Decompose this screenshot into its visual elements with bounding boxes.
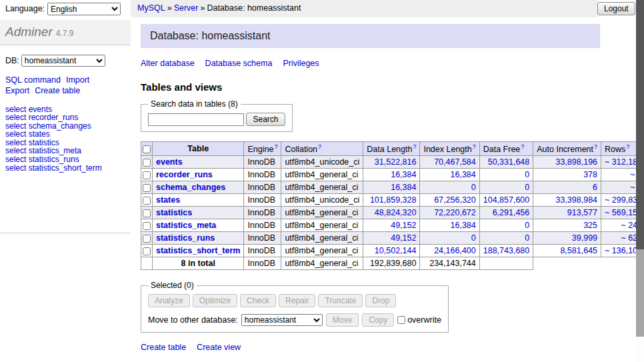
data-free-link[interactable]: 0 <box>525 183 529 192</box>
scrollbar-thumb[interactable] <box>636 0 644 249</box>
data-free-help-link[interactable]: ? <box>521 143 524 150</box>
engine-help-link[interactable]: ? <box>274 143 277 150</box>
auto-increment-link[interactable]: 33,898,196 <box>555 157 597 167</box>
data-free-link[interactable]: 50,331,648 <box>488 157 530 167</box>
table-name-link[interactable]: statistics <box>156 208 192 217</box>
logout-button[interactable]: Logout <box>597 2 635 15</box>
table-name-link[interactable]: statistics_short_term <box>156 246 240 255</box>
index-length-link[interactable]: 70,467,584 <box>434 157 476 167</box>
tables-tbody: eventsInnoDButf8mb4_unicode_ci31,522,816… <box>141 156 644 257</box>
drop-button[interactable]: Drop <box>365 294 396 307</box>
row-checkbox[interactable] <box>143 235 151 243</box>
data-length-help-link[interactable]: ? <box>413 143 416 150</box>
import-link[interactable]: Import <box>66 75 89 85</box>
breadcrumb-server-link[interactable]: Server <box>174 3 199 13</box>
table-name-link[interactable]: statistics_runs <box>156 233 215 243</box>
language-select[interactable]: English <box>47 3 121 15</box>
table-name-link[interactable]: schema_changes <box>156 183 225 192</box>
row-check-cell <box>141 245 153 257</box>
sidebar-table-link[interactable]: select statistics_runs <box>5 155 125 164</box>
auto-increment-link[interactable]: 378 <box>583 170 597 179</box>
move-button[interactable]: Move <box>326 313 359 327</box>
row-check-cell <box>141 156 153 169</box>
row-check-cell <box>141 232 153 245</box>
totals-collation: utf8mb4_general_ci <box>281 257 363 270</box>
row-checkbox[interactable] <box>143 184 151 192</box>
auto-increment-link[interactable]: 39,999 <box>572 233 597 243</box>
top-bar: Language:English MySQL»Server»Database: … <box>0 0 636 17</box>
select-all-checkbox[interactable] <box>143 145 151 153</box>
table-name-link[interactable]: statistics_meta <box>156 221 216 230</box>
index-length-link[interactable]: 0 <box>471 233 476 243</box>
data-free-link[interactable]: 6,291,456 <box>493 208 530 217</box>
data-length-link[interactable]: 48,824,320 <box>375 208 417 217</box>
auto-increment-link[interactable]: 913,577 <box>567 208 597 217</box>
data-free-link[interactable]: 0 <box>525 170 529 179</box>
col-header-data-length: Data Length? <box>363 142 420 156</box>
overwrite-label[interactable]: overwrite <box>397 315 441 325</box>
data-length-link[interactable]: 49,152 <box>391 221 416 230</box>
data-length-link[interactable]: 16,384 <box>391 183 416 192</box>
analyze-button[interactable]: Analyze <box>148 294 190 307</box>
data-length-link[interactable]: 31,522,816 <box>375 157 417 167</box>
rows-help-link[interactable]: ? <box>626 143 629 150</box>
data-length-link[interactable]: 101,859,328 <box>370 195 417 205</box>
database-schema-link[interactable]: Database schema <box>205 59 273 68</box>
sql-command-link[interactable]: SQL command <box>5 75 61 85</box>
row-checkbox[interactable] <box>143 209 151 217</box>
search-input[interactable] <box>148 113 244 126</box>
db-select[interactable]: homeassistant <box>21 55 105 67</box>
repair-button[interactable]: Repair <box>279 294 315 307</box>
copy-button[interactable]: Copy <box>362 313 394 327</box>
overwrite-checkbox[interactable] <box>397 316 405 324</box>
create-table-link[interactable]: Create table <box>141 343 186 352</box>
scrollbar[interactable] <box>636 0 644 362</box>
table-name-link[interactable]: events <box>156 157 183 167</box>
export-link[interactable]: Export <box>5 86 29 95</box>
collation-help-link[interactable]: ? <box>318 143 321 150</box>
sidebar-table-link[interactable]: select recorder_runs <box>5 113 125 122</box>
alter-database-link[interactable]: Alter database <box>141 59 195 68</box>
data-free-link[interactable]: 188,743,680 <box>483 246 530 255</box>
truncate-button[interactable]: Truncate <box>318 294 363 307</box>
table-name-link[interactable]: states <box>156 195 180 205</box>
engine-cell: InnoDB <box>244 181 281 194</box>
optimize-button[interactable]: Optimize <box>193 294 237 307</box>
index-length-link[interactable]: 24,166,400 <box>434 246 476 255</box>
select-all-cell <box>141 142 153 156</box>
row-checkbox[interactable] <box>143 171 151 179</box>
index-length-help-link[interactable]: ? <box>473 143 476 150</box>
row-checkbox[interactable] <box>143 197 151 205</box>
create-table-sidebar-link[interactable]: Create table <box>35 86 80 95</box>
col-header-collation: Collation? <box>281 142 363 156</box>
index-length-link[interactable]: 67,256,320 <box>434 195 476 205</box>
auto-increment-link[interactable]: 33,398,984 <box>555 195 597 205</box>
data-free-link[interactable]: 104,857,600 <box>483 195 530 205</box>
data-free-link[interactable]: 0 <box>525 221 529 230</box>
index-length-link[interactable]: 16,384 <box>451 221 476 230</box>
adminer-logo-link[interactable]: Adminer <box>5 25 53 39</box>
table-name-link[interactable]: recorder_runs <box>156 170 213 179</box>
index-length-link[interactable]: 72,220,672 <box>434 208 476 217</box>
breadcrumb-mysql-link[interactable]: MySQL <box>137 3 165 13</box>
check-button[interactable]: Check <box>240 294 276 307</box>
sidebar-table-link[interactable]: select statistics_short_term <box>5 164 125 173</box>
auto-increment-link[interactable]: 8,581,645 <box>560 246 597 255</box>
data-length-link[interactable]: 10,502,144 <box>375 246 417 255</box>
auto-increment-help-link[interactable]: ? <box>594 143 597 150</box>
data-length-link[interactable]: 49,152 <box>391 233 416 243</box>
privileges-link[interactable]: Privileges <box>283 59 319 68</box>
data-free-link[interactable]: 0 <box>525 233 529 243</box>
sidebar-table-link[interactable]: select states <box>5 130 125 139</box>
move-db-select[interactable]: homeassistant <box>241 314 323 326</box>
auto-increment-link[interactable]: 6 <box>593 183 597 192</box>
auto-increment-link[interactable]: 325 <box>583 221 597 230</box>
row-checkbox[interactable] <box>143 159 151 167</box>
row-checkbox[interactable] <box>143 222 151 230</box>
index-length-link[interactable]: 16,384 <box>451 170 476 179</box>
data-length-link[interactable]: 16,384 <box>391 170 416 179</box>
search-button[interactable]: Search <box>246 113 285 126</box>
create-view-link[interactable]: Create view <box>197 343 241 352</box>
row-checkbox[interactable] <box>143 247 151 255</box>
index-length-link[interactable]: 0 <box>471 183 476 192</box>
